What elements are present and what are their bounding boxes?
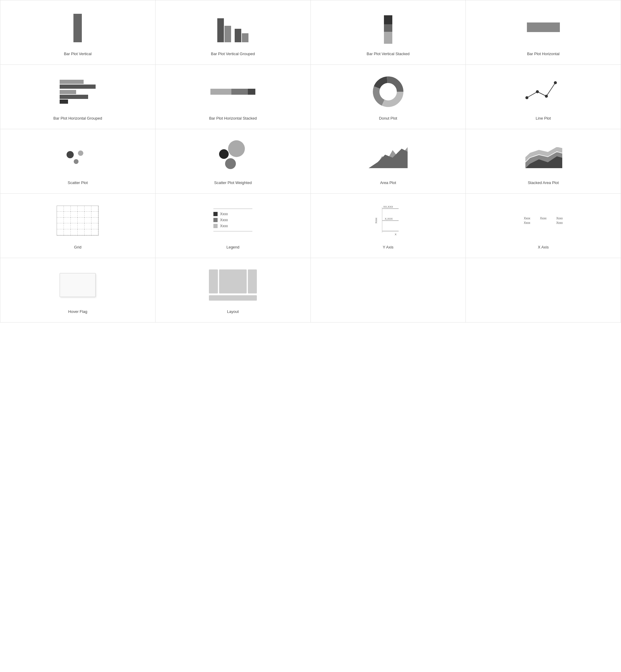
cell-donut-plot[interactable]: Donut Plot xyxy=(311,65,466,129)
hover-flag-visual xyxy=(59,273,96,297)
svg-point-6 xyxy=(536,90,539,93)
layout-bottom xyxy=(209,295,257,301)
icon-bar-plot-vertical-stacked xyxy=(363,8,414,47)
cell-empty-2 xyxy=(466,258,621,323)
icon-scatter-plot-weighted xyxy=(207,137,258,176)
scatter-w-svg xyxy=(215,140,251,173)
svg-marker-16 xyxy=(369,149,408,168)
label-y-axis: Y Axis xyxy=(383,245,394,249)
cell-scatter-plot-weighted[interactable]: Scatter Plot Weighted xyxy=(156,129,311,194)
layout-visual xyxy=(209,269,257,301)
icon-bar-plot-horizontal-grouped xyxy=(52,72,103,111)
grid-visual xyxy=(57,206,98,236)
line-svg xyxy=(524,77,563,107)
svg-point-7 xyxy=(545,95,548,98)
svg-point-14 xyxy=(225,158,236,169)
scatter-svg xyxy=(61,141,94,171)
icon-layout xyxy=(207,265,258,304)
icon-line-plot xyxy=(518,72,569,111)
label-scatter-plot-weighted: Scatter Plot Weighted xyxy=(214,180,252,185)
svg-point-5 xyxy=(525,96,528,99)
icon-grid xyxy=(52,201,103,240)
label-hover-flag: Hover Flag xyxy=(68,309,87,314)
svg-point-11 xyxy=(74,159,79,164)
cell-scatter-plot[interactable]: Scatter Plot xyxy=(0,129,156,194)
cell-hover-flag[interactable]: Hover Flag xyxy=(0,258,156,323)
label-x-axis: X Axis xyxy=(538,245,549,249)
cell-empty-1 xyxy=(311,258,466,323)
icon-scatter-plot xyxy=(52,137,103,176)
icon-hover-flag xyxy=(52,265,103,304)
label-bar-plot-horizontal-grouped: Bar Plot Horizontal Grouped xyxy=(53,116,102,121)
svg-text:XX,XXX: XX,XXX xyxy=(383,205,393,208)
icon-x-axis: Xxxx Xxxx Xxxx Xxxx Xxxx xyxy=(518,201,569,240)
legend-visual: Xxxx Xxxx Xxxx xyxy=(213,209,252,233)
icon-bar-plot-horizontal xyxy=(518,8,569,47)
label-area-plot: Area Plot xyxy=(380,180,396,185)
svg-text:Xxxx: Xxxx xyxy=(375,217,378,223)
donut-svg xyxy=(372,75,405,108)
layout-main xyxy=(219,269,247,293)
label-donut-plot: Donut Plot xyxy=(379,116,398,121)
xaxis-label-3: Xxxx xyxy=(524,221,531,224)
label-stacked-area-plot: Stacked Area Plot xyxy=(528,180,558,185)
label-bar-plot-vertical: Bar Plot Vertical xyxy=(64,51,92,56)
svg-point-12 xyxy=(219,149,229,159)
label-legend: Legend xyxy=(226,245,239,249)
icon-bar-plot-horizontal-stacked xyxy=(207,72,258,111)
svg-point-10 xyxy=(78,151,83,156)
cell-legend[interactable]: Xxxx Xxxx Xxxx Legend xyxy=(156,194,311,258)
xaxis-label-4: Xxxx xyxy=(556,221,563,224)
icon-area-plot xyxy=(363,137,414,176)
cell-bar-plot-vertical-stacked[interactable]: Bar Plot Vertical Stacked xyxy=(311,0,466,65)
icon-donut-plot xyxy=(363,72,414,111)
icon-legend: Xxxx Xxxx Xxxx xyxy=(207,201,258,240)
label-bar-plot-horizontal: Bar Plot Horizontal xyxy=(527,51,559,56)
svg-text:X: X xyxy=(395,233,397,236)
cell-bar-plot-vertical-grouped[interactable]: Bar Plot Vertical Grouped xyxy=(156,0,311,65)
svg-point-4 xyxy=(381,84,396,99)
cell-layout[interactable]: Layout xyxy=(156,258,311,323)
label-grid: Grid xyxy=(74,245,82,249)
legend-label-3: Xxxx xyxy=(220,224,228,228)
cell-bar-plot-horizontal[interactable]: Bar Plot Horizontal xyxy=(466,0,621,65)
cell-bar-plot-vertical[interactable]: Bar Plot Vertical xyxy=(0,0,156,65)
svg-point-8 xyxy=(554,81,557,84)
label-scatter-plot: Scatter Plot xyxy=(68,180,88,185)
label-bar-plot-vertical-grouped: Bar Plot Vertical Grouped xyxy=(211,51,255,56)
cell-bar-plot-horizontal-grouped[interactable]: Bar Plot Horizontal Grouped xyxy=(0,65,156,129)
cell-x-axis[interactable]: Xxxx Xxxx Xxxx Xxxx Xxxx X Axis xyxy=(466,194,621,258)
label-layout: Layout xyxy=(227,309,239,314)
icon-bar-plot-vertical-grouped xyxy=(207,8,258,47)
label-line-plot: Line Plot xyxy=(536,116,551,121)
icon-bar-plot-vertical xyxy=(52,8,103,47)
xaxis-label-1: Xxxx xyxy=(540,217,547,220)
y-axis-svg: XX,XXX X,XXX Xxxx X xyxy=(372,204,405,237)
layout-sidebar-left xyxy=(209,269,218,293)
xaxis-label-2: Xxxx xyxy=(556,217,563,220)
icon-y-axis: XX,XXX X,XXX Xxxx X xyxy=(363,201,414,240)
cell-bar-plot-horizontal-stacked[interactable]: Bar Plot Horizontal Stacked xyxy=(156,65,311,129)
legend-label-1: Xxxx xyxy=(220,212,228,216)
svg-point-9 xyxy=(67,151,74,158)
legend-swatch-3 xyxy=(213,224,218,228)
cell-y-axis[interactable]: XX,XXX X,XXX Xxxx X Y Axis xyxy=(311,194,466,258)
cell-grid[interactable]: Grid xyxy=(0,194,156,258)
icon-stacked-area-plot xyxy=(518,137,569,176)
legend-label-2: Xxxx xyxy=(220,218,228,222)
cell-stacked-area-plot[interactable]: Stacked Area Plot xyxy=(466,129,621,194)
layout-sidebar-right xyxy=(248,269,257,293)
xaxis-label-0: Xxxx xyxy=(524,217,531,220)
legend-swatch-1 xyxy=(213,212,218,216)
cell-area-plot[interactable]: Area Plot xyxy=(311,129,466,194)
area-svg xyxy=(369,141,408,171)
label-bar-plot-horizontal-stacked: Bar Plot Horizontal Stacked xyxy=(209,116,257,121)
cell-line-plot[interactable]: Line Plot xyxy=(466,65,621,129)
label-bar-plot-vertical-stacked: Bar Plot Vertical Stacked xyxy=(367,51,409,56)
stacked-area-svg xyxy=(524,141,563,171)
svg-point-13 xyxy=(228,140,245,157)
svg-text:X,XXX: X,XXX xyxy=(385,217,393,220)
chart-type-grid: Bar Plot Vertical Bar Plot Vertical Grou… xyxy=(0,0,621,323)
legend-swatch-2 xyxy=(213,218,218,222)
